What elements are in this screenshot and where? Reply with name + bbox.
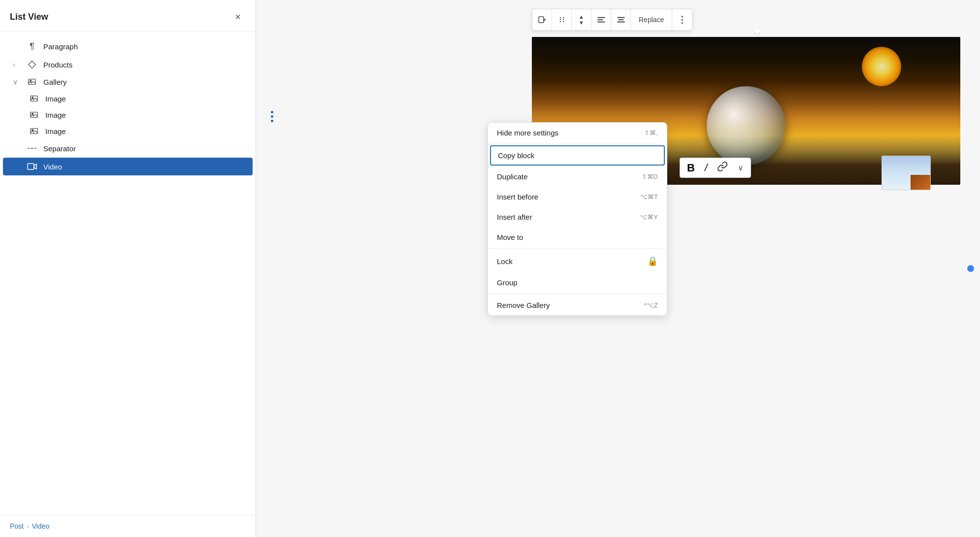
align-left-icon — [597, 15, 606, 24]
sidebar-item-image1[interactable]: Image — [3, 91, 253, 106]
hide-settings-label: Hide more settings — [497, 129, 558, 137]
menu-divider-2 — [488, 248, 667, 249]
insert-after-shortcut: ⌥⌘Y — [640, 213, 658, 221]
align-center-button[interactable] — [611, 9, 631, 30]
remove-gallery-shortcut: ^⌥Z — [644, 302, 658, 309]
svg-rect-7 — [31, 129, 37, 134]
svg-rect-27 — [617, 21, 625, 22]
link-icon — [717, 161, 728, 172]
products-icon — [27, 60, 37, 69]
duplicate-shortcut: ⇧⌘D — [642, 173, 658, 180]
breadcrumb-video[interactable]: Video — [32, 522, 50, 530]
image2-icon — [29, 110, 39, 119]
sidebar-items: ¶ Paragraph › Products ∨ Galle — [0, 32, 256, 515]
breadcrumb-separator: › — [27, 522, 29, 530]
sidebar-item-video[interactable]: Video — [3, 158, 253, 175]
copy-block-label: Copy block — [498, 151, 534, 160]
menu-item-duplicate[interactable]: Duplicate ⇧⌘D — [488, 167, 667, 187]
block-toolbar: ▲ ▼ Replace ⋮ — [532, 9, 692, 31]
breadcrumb-post[interactable]: Post — [10, 522, 24, 530]
menu-item-copy-block[interactable]: Copy block — [490, 145, 665, 166]
block-drag-handle[interactable] — [271, 111, 273, 122]
svg-point-20 — [562, 19, 563, 20]
thumbnail-preview — [882, 156, 930, 190]
menu-item-move-to[interactable]: Move to — [488, 227, 667, 247]
hide-settings-shortcut: ⇧⌘, — [644, 129, 658, 136]
align-left-button[interactable] — [591, 9, 611, 30]
sidebar-close-button[interactable]: × — [230, 9, 246, 25]
more-text-options-button[interactable]: ∨ — [738, 163, 744, 172]
duplicate-label: Duplicate — [497, 172, 528, 181]
toolbar-tooltip — [753, 30, 761, 34]
replace-button[interactable]: Replace — [631, 9, 672, 30]
insert-before-label: Insert before — [497, 193, 538, 201]
chevron-updown-icon: ▲ ▼ — [579, 14, 584, 26]
menu-divider-3 — [488, 294, 667, 294]
sidebar: List View × ¶ Paragraph › Products ∨ — [0, 0, 256, 537]
paragraph-icon: ¶ — [27, 41, 37, 52]
menu-item-hide-settings[interactable]: Hide more settings ⇧⌘, — [488, 123, 667, 143]
svg-rect-5 — [31, 112, 37, 118]
sidebar-title: List View — [10, 12, 48, 22]
sidebar-item-label: Image — [45, 111, 66, 119]
svg-point-18 — [559, 21, 560, 22]
crystal-ball — [707, 86, 785, 165]
drag-dots-icon — [558, 16, 566, 24]
menu-item-insert-after[interactable]: Insert after ⌥⌘Y — [488, 207, 667, 227]
sidebar-item-image2[interactable]: Image — [3, 107, 253, 123]
drag-handle-button[interactable] — [552, 9, 572, 30]
sidebar-item-label: Gallery — [43, 78, 67, 86]
sidebar-item-separator[interactable]: Separator — [3, 139, 253, 157]
lock-label: Lock — [497, 257, 513, 266]
menu-item-lock[interactable]: Lock 🔒 — [488, 250, 667, 272]
move-up-down-button[interactable]: ▲ ▼ — [572, 9, 591, 30]
context-menu: Hide more settings ⇧⌘, Copy block Duplic… — [488, 122, 667, 316]
sidebar-item-products[interactable]: › Products — [3, 56, 253, 73]
sidebar-item-gallery[interactable]: ∨ Gallery — [3, 73, 253, 90]
svg-rect-24 — [597, 21, 605, 22]
replace-label: Replace — [639, 16, 664, 24]
sidebar-item-label: Paragraph — [43, 42, 78, 51]
sidebar-item-label: Separator — [43, 144, 76, 153]
text-format-toolbar: B / ∨ — [680, 158, 751, 178]
italic-button[interactable]: / — [705, 162, 708, 173]
image3-icon — [29, 127, 39, 135]
gallery-icon — [27, 77, 37, 86]
align-center-icon — [617, 15, 625, 24]
sidebar-item-image3[interactable]: Image — [3, 123, 253, 139]
menu-item-remove-gallery[interactable]: Remove Gallery ^⌥Z — [488, 295, 667, 315]
svg-point-21 — [562, 21, 563, 22]
sidebar-item-label: Image — [45, 95, 66, 103]
sun-glow — [862, 47, 901, 86]
svg-point-16 — [559, 17, 560, 18]
link-button[interactable] — [717, 161, 728, 174]
svg-rect-22 — [597, 17, 605, 18]
page-thumbnail[interactable] — [882, 156, 931, 190]
sidebar-item-label: Products — [43, 61, 72, 69]
sidebar-item-paragraph[interactable]: ¶ Paragraph — [3, 37, 253, 56]
svg-rect-12 — [28, 164, 34, 169]
svg-rect-14 — [539, 17, 544, 23]
svg-marker-15 — [544, 19, 546, 21]
image1-icon — [29, 94, 39, 103]
block-type-button[interactable] — [532, 9, 552, 30]
menu-item-insert-before[interactable]: Insert before ⌥⌘T — [488, 187, 667, 207]
svg-marker-0 — [29, 61, 35, 68]
svg-rect-1 — [29, 79, 35, 85]
sidebar-footer: Post › Video — [0, 515, 256, 537]
menu-item-group[interactable]: Group — [488, 272, 667, 293]
more-options-button[interactable]: ⋮ — [672, 9, 692, 30]
right-resize-handle[interactable] — [966, 264, 975, 273]
play-icon — [538, 16, 546, 24]
video-icon — [27, 162, 37, 171]
gallery-arrow: ∨ — [13, 78, 21, 86]
diamond-icon — [28, 60, 36, 69]
menu-divider-1 — [488, 144, 667, 144]
bold-button[interactable]: B — [687, 162, 695, 174]
sidebar-item-label: Video — [43, 163, 62, 171]
thumbnail-image — [911, 175, 930, 190]
remove-gallery-label: Remove Gallery — [497, 301, 550, 309]
move-to-label: Move to — [497, 233, 523, 241]
svg-rect-23 — [597, 19, 603, 20]
products-arrow: › — [13, 61, 21, 68]
